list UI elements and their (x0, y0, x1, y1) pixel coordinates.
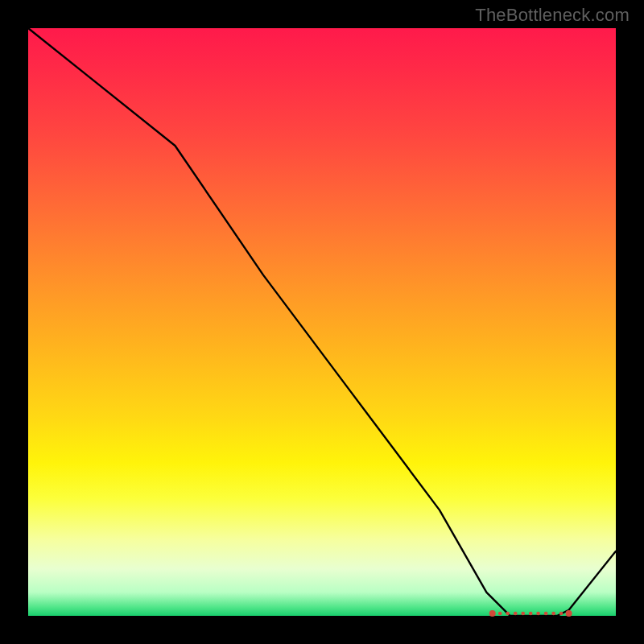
min-marker-dot (521, 612, 525, 616)
plot-area (28, 28, 616, 616)
min-marker-dot (566, 610, 572, 617)
bottleneck-line-chart (28, 28, 616, 616)
min-marker-dot (498, 612, 502, 616)
min-marker-dot (514, 612, 518, 616)
min-marker-dot (506, 612, 510, 616)
min-marker-dot (536, 612, 540, 616)
min-marker-dot (559, 612, 564, 616)
min-marker-dot (489, 610, 496, 617)
min-marker-dot (544, 612, 548, 616)
watermark-text: TheBottleneck.com (475, 5, 630, 26)
bottleneck-curve-path (28, 28, 616, 616)
min-marker-dot (529, 612, 533, 616)
min-marker-dot (551, 612, 555, 616)
chart-frame: TheBottleneck.com (0, 0, 644, 644)
